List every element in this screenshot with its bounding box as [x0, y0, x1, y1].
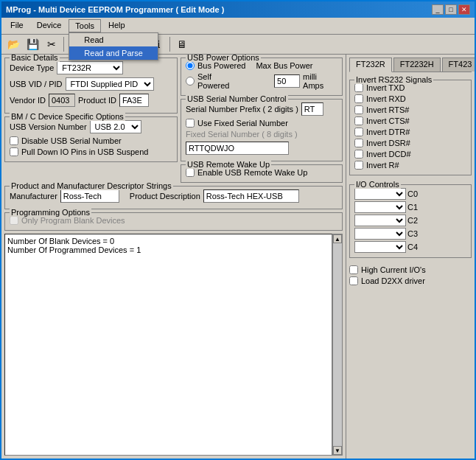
self-powered-radio[interactable] — [186, 77, 195, 86]
only-blank-label: Only Program Blank Devices — [21, 216, 125, 225]
main-window: MProg - Multi Device EEPROM Programmer (… — [0, 0, 476, 460]
fixed-serial-input-row — [186, 142, 337, 155]
title-bar: MProg - Multi Device EEPROM Programmer (… — [1, 1, 475, 18]
log-scrollbar[interactable]: ▲ ▼ — [332, 234, 343, 456]
usb-vid-pid-label: USB VID / PID — [10, 80, 63, 88]
toolbar-open[interactable]: 📂 — [4, 36, 22, 52]
invert-dtr-row: Invert DTR# — [354, 128, 466, 136]
tab-ft232r[interactable]: FT232R — [349, 58, 392, 72]
toolbar-save[interactable]: 💾 — [24, 36, 41, 52]
io-c3-label: C3 — [407, 229, 418, 238]
usb-version-select[interactable]: USB 2.0 — [90, 120, 141, 133]
invert-dsr-checkbox[interactable] — [354, 139, 363, 147]
menu-read-and-parse[interactable]: Read and Parse — [69, 46, 158, 60]
io-c2-row: C2 — [354, 215, 466, 226]
pulldown-checkbox[interactable] — [10, 147, 18, 156]
io-c1-label: C1 — [407, 203, 418, 212]
descriptors-group: Product and Manufacturer Descriptor Stri… — [4, 186, 343, 209]
use-fixed-checkbox[interactable] — [186, 119, 195, 128]
io-c0-select[interactable] — [354, 188, 406, 200]
pulldown-label: Pull Down IO Pins in USB Suspend — [21, 147, 148, 156]
window-controls: _ □ ✕ — [432, 4, 470, 15]
invert-rts-row: Invert RTS# — [354, 105, 466, 114]
minimize-button[interactable]: _ — [432, 4, 444, 15]
invert-dtr-checkbox[interactable] — [354, 128, 363, 136]
menu-file[interactable]: File — [4, 19, 29, 32]
io-c4-select[interactable] — [354, 241, 406, 253]
enable-remote-checkbox[interactable] — [186, 168, 195, 177]
fixed-serial-label-row: Fixed Serial Number ( 8 digits ) — [186, 130, 337, 139]
io-c2-select[interactable] — [354, 215, 406, 226]
toolbar-cut[interactable]: ✂ — [43, 36, 60, 52]
invert-dcd-checkbox[interactable] — [354, 150, 363, 158]
io-c1-select[interactable] — [354, 201, 406, 213]
product-id-label: Product ID — [78, 96, 116, 105]
left-panel: Basic Details Device Type FT232R USB VID… — [1, 55, 346, 459]
invert-cts-row: Invert CTS# — [354, 116, 466, 125]
max-bus-power-input[interactable] — [274, 74, 300, 88]
serial-prefix-input[interactable] — [301, 102, 323, 116]
disable-serial-checkbox[interactable] — [10, 136, 18, 145]
serial-prefix-row: Serial Number Prefix ( 2 digits ) — [186, 102, 337, 116]
bm-device-group: BM / C Device Specific Options USB Versi… — [4, 116, 178, 162]
tab-ft423[interactable]: FT423 — [442, 58, 475, 72]
manufacturer-input[interactable] — [60, 189, 119, 203]
toolbar-monitor[interactable]: 🖥 — [173, 36, 191, 52]
only-blank-checkbox[interactable] — [10, 216, 18, 225]
tab-bar: FT232R FT2232H FT423 ▶ — [349, 58, 472, 72]
invert-rxd-row: Invert RXD — [354, 94, 466, 103]
product-id-input[interactable] — [119, 94, 149, 107]
io-c2-label: C2 — [407, 216, 418, 225]
device-type-select[interactable]: FT232R — [57, 61, 123, 74]
menu-device[interactable]: Device — [31, 19, 68, 32]
usb-version-row: USB Version Number USB 2.0 — [10, 120, 172, 133]
scroll-down-btn[interactable]: ▼ — [333, 446, 342, 455]
programming-title: Programming Options — [10, 208, 91, 217]
bus-powered-label: Bus Powered — [197, 61, 245, 70]
invert-dsr-label: Invert DSR# — [366, 139, 410, 147]
invert-cts-label: Invert CTS# — [366, 116, 410, 125]
vendor-id-input[interactable] — [49, 94, 75, 107]
scroll-up-btn[interactable]: ▲ — [333, 234, 342, 243]
invert-ri-checkbox[interactable] — [354, 161, 363, 170]
main-content: Basic Details Device Type FT232R USB VID… — [1, 55, 475, 459]
io-c0-label: C0 — [407, 189, 418, 198]
high-current-checkbox[interactable] — [349, 265, 358, 274]
pulldown-row: Pull Down IO Pins in USB Suspend — [10, 147, 172, 156]
basic-details-group: Basic Details Device Type FT232R USB VID… — [4, 58, 178, 114]
fixed-serial-input[interactable] — [186, 142, 289, 155]
tab-ft2232h[interactable]: FT2232H — [393, 58, 441, 72]
enable-remote-label: Enable USB Remote Wake Up — [197, 168, 307, 177]
invert-rxd-label: Invert RXD — [366, 94, 406, 103]
middle-col: USB Power Options Bus Powered Max Bus Po… — [181, 58, 343, 183]
menu-help[interactable]: Help — [102, 19, 131, 32]
io-c4-label: C4 — [407, 243, 418, 251]
menu-tools[interactable]: Tools — [69, 19, 101, 32]
log-container: Number Of Blank Devices = 0 Number Of Pr… — [4, 234, 343, 456]
max-bus-power-label: Max Bus Power — [256, 61, 312, 70]
milli-amps-label: milli Amps — [303, 72, 337, 90]
invert-cts-checkbox[interactable] — [354, 116, 363, 125]
load-d2xx-checkbox[interactable] — [349, 276, 358, 285]
serial-prefix-label: Serial Number Prefix ( 2 digits ) — [186, 105, 298, 114]
product-desc-input[interactable] — [203, 189, 299, 203]
only-blank-row: Only Program Blank Devices — [10, 216, 337, 225]
usb-remote-title: USB Remote Wake Up — [186, 160, 271, 169]
invert-txd-checkbox[interactable] — [354, 83, 363, 92]
invert-rxd-checkbox[interactable] — [354, 94, 363, 103]
scroll-track[interactable] — [333, 243, 342, 446]
usb-vid-pid-select[interactable]: FTDI Supplied PID — [66, 77, 154, 91]
invert-rts-checkbox[interactable] — [354, 105, 363, 114]
usb-serial-title: USB Serial Number Control — [186, 94, 288, 103]
close-button[interactable]: ✕ — [458, 4, 470, 15]
io-c3-select[interactable] — [354, 228, 406, 240]
use-fixed-label: Use Fixed Serial Number — [197, 119, 288, 128]
log-area: Number Of Blank Devices = 0 Number Of Pr… — [4, 234, 332, 456]
log-line2: Number Of Programmed Devices = 1 — [7, 245, 329, 254]
menu-read[interactable]: Read — [69, 33, 158, 46]
usb-vid-pid-row: USB VID / PID FTDI Supplied PID — [10, 77, 172, 91]
maximize-button[interactable]: □ — [445, 4, 457, 15]
window-title: MProg - Multi Device EEPROM Programmer (… — [6, 5, 224, 14]
bus-powered-radio[interactable] — [186, 61, 195, 70]
usb-serial-group: USB Serial Number Control Serial Number … — [181, 99, 343, 161]
